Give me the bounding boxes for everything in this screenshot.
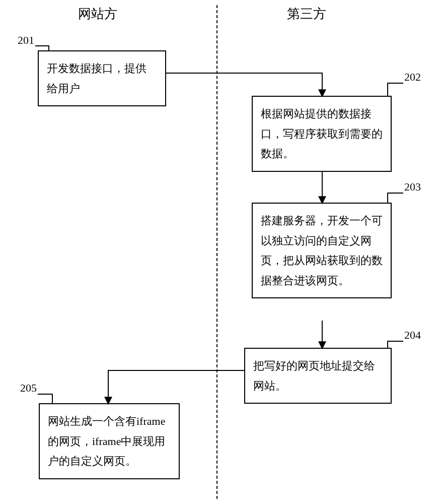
leader-line-201h bbox=[35, 45, 49, 46]
step-label-204: 204 bbox=[404, 329, 421, 342]
arrow-204-205 bbox=[108, 370, 244, 403]
step-label-202: 202 bbox=[404, 71, 421, 84]
leader-line-203v bbox=[387, 193, 388, 204]
leader-line-202v bbox=[387, 83, 388, 97]
leader-line-203h bbox=[387, 193, 403, 194]
step-box-202: 根据网站提供的数据接口，写程序获取到需要的数据。 bbox=[252, 96, 392, 172]
step-box-205: 网站生成一个含有iframe 的网页，iframe中展现用户的自定义网页。 bbox=[39, 403, 180, 479]
step-label-201: 201 bbox=[18, 34, 34, 47]
leader-line-204h bbox=[387, 341, 403, 342]
arrow-201-202 bbox=[166, 73, 322, 96]
swimlane-header-left: 网站方 bbox=[78, 5, 117, 23]
step-label-203: 203 bbox=[404, 180, 421, 194]
swimlane-header-right: 第三方 bbox=[287, 5, 326, 23]
step-box-203: 搭建服务器，开发一个可以独立访问的自定义网页，把从网站获取到的数据整合进该网页。 bbox=[252, 203, 392, 298]
swimlane-divider bbox=[216, 5, 217, 499]
step-label-205: 205 bbox=[20, 382, 37, 395]
leader-line-202h bbox=[387, 83, 403, 84]
leader-line-205v bbox=[52, 394, 53, 404]
step-box-204: 把写好的网页地址提交给网站。 bbox=[244, 348, 392, 404]
leader-line-205h bbox=[38, 394, 53, 395]
step-box-201: 开发数据接口，提供给用户 bbox=[38, 50, 166, 106]
